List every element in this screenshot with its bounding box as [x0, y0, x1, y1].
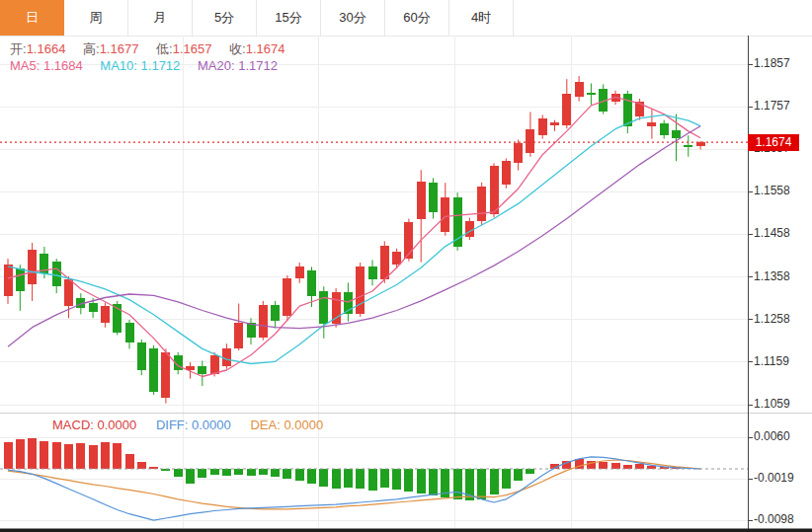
dea-readout: DEA: 0.0000: [250, 418, 323, 432]
price-chart-canvas[interactable]: [0, 36, 812, 413]
price-axis-label: 1.1757: [754, 99, 790, 113]
tab-30min[interactable]: 30分: [321, 0, 385, 36]
diff-readout: DIFF: 0.0000: [156, 418, 231, 432]
macd-axis-label: -0.0019: [754, 471, 794, 485]
tab-60min[interactable]: 60分: [385, 0, 449, 36]
ma-info-row: MA5: 1.1684 MA10: 1.1712 MA20: 1.1712: [10, 58, 278, 73]
tab-4hour[interactable]: 4时: [449, 0, 514, 36]
ma10-readout: MA10: 1.1712: [100, 58, 180, 73]
macd-info-row: MACD: 0.0000 DIFF: 0.0000 DEA: 0.0000: [52, 418, 323, 432]
tab-week[interactable]: 周: [64, 0, 128, 36]
ma5-readout: MA5: 1.1684: [10, 58, 83, 73]
high-label: 高:: [83, 41, 100, 56]
ma20-readout: MA20: 1.1712: [198, 58, 278, 73]
macd-readout: MACD: 0.0000: [52, 418, 136, 432]
price-axis-label: 1.1258: [754, 312, 790, 326]
price-axis-label: 1.1857: [754, 56, 790, 70]
macd-axis-label: 0.0060: [754, 429, 790, 443]
tab-day[interactable]: 日: [0, 0, 64, 36]
price-axis-label: 1.1458: [754, 226, 790, 240]
price-axis-label: 1.1558: [754, 184, 790, 197]
close-value: 1.1674: [246, 41, 285, 56]
last-price-tag: 1.1674: [748, 134, 799, 151]
ohlc-info-row: 开:1.1664 高:1.1677 低:1.1657 收:1.1674: [10, 40, 298, 58]
open-value: 1.1664: [27, 41, 66, 56]
period-tabbar: 日 周 月 5分 15分 30分 60分 4时: [0, 0, 812, 37]
price-axis-label: 1.1059: [754, 397, 790, 411]
tab-month[interactable]: 月: [128, 0, 193, 36]
price-axis-label: 1.1159: [754, 354, 789, 368]
low-label: 低:: [156, 41, 173, 56]
macd-axis-label: -0.0098: [754, 512, 794, 526]
tab-15min[interactable]: 15分: [257, 0, 321, 36]
price-axis-label: 1.1358: [754, 269, 790, 283]
high-value: 1.1677: [100, 41, 139, 56]
low-value: 1.1657: [173, 41, 212, 56]
close-label: 收:: [229, 41, 246, 56]
tab-5min[interactable]: 5分: [193, 0, 257, 36]
open-label: 开:: [10, 41, 27, 56]
trading-chart-window: 日 周 月 5分 15分 30分 60分 4时 开:1.1664 高:1.167…: [0, 0, 812, 532]
